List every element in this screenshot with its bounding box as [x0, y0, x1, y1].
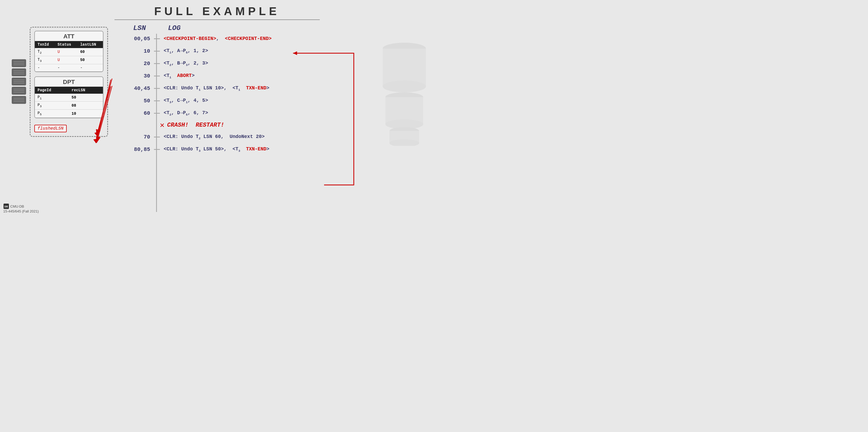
dpt-row-1: P1 50: [35, 94, 103, 101]
left-panel: ATT TxnId Status lastLSN T2 U 60: [11, 27, 108, 137]
cmudb-course: 15-445/645 (Fall 2021): [3, 209, 39, 213]
lsn-70: 70: [122, 134, 154, 140]
lsn-header: LSN: [122, 24, 154, 32]
main-content: ATT TxnId Status lastLSN T2 U 60: [0, 23, 434, 156]
log-entry-60: <T2, D→P5, 6, 7>: [160, 110, 208, 116]
att-row-1: T2 U 60: [35, 48, 103, 56]
att-r3-txnid: -: [35, 64, 55, 71]
att-row-3: - - -: [35, 64, 103, 71]
dpt-row-3: P5 10: [35, 110, 103, 118]
page-title: FULL EXAMPLE: [0, 0, 434, 20]
att-r1-status: U: [55, 48, 78, 56]
log-entry-70: <CLR: Undo T2 LSN 60, UndoNext 20>: [160, 134, 265, 140]
tick-20: [154, 63, 160, 64]
log-entry-4045: <CLR: Undo T1 LSN 10>, <T1 TXN-END>: [160, 85, 269, 92]
att-col-txnid: TxnId: [35, 41, 55, 48]
att-r3-status: -: [55, 64, 78, 71]
lsn-50: 50: [122, 98, 154, 104]
tick-30: [154, 75, 160, 76]
tick-4045: [154, 88, 160, 89]
att-col-status: Status: [55, 41, 78, 48]
crash-text: CRASH! RESTART!: [167, 122, 224, 128]
dpt-col-reclsn: recLSN: [69, 87, 103, 94]
dpt-r2-reclsn: 08: [69, 101, 103, 110]
dpt-r1-reclsn: 50: [69, 94, 103, 101]
log-entry-8085: <CLR: Undo T3 LSN 50>, <T3 TXN-END>: [160, 146, 269, 153]
db-decoration: [380, 32, 429, 147]
att-title: ATT: [35, 31, 103, 41]
dpt-box: DPT PageId recLSN P1 50: [34, 76, 103, 118]
disk-icon: [11, 57, 27, 112]
lsn-4045: 40,45: [122, 85, 154, 92]
log-entry-30: <T1 ABORT>: [160, 73, 195, 79]
lsn-30: 30: [122, 73, 154, 79]
svg-text:DB: DB: [5, 205, 8, 208]
tick-60: [154, 113, 160, 114]
log-header: LSN LOG: [122, 24, 434, 32]
lsn-10: 10: [122, 48, 154, 54]
att-row-2: T3 U 50: [35, 56, 103, 64]
cmudb-icon: DB: [3, 203, 9, 209]
tick-8085: [154, 149, 160, 150]
tick-0005: [154, 38, 160, 39]
att-r2-txnid: T3: [35, 56, 55, 64]
lsn-20: 20: [122, 60, 154, 67]
dpt-r3-pageid: P5: [35, 110, 69, 118]
log-entry-20: <T2, B→P3, 2, 3>: [160, 60, 208, 67]
dpt-r2-pageid: P3: [35, 101, 69, 110]
att-table: TxnId Status lastLSN T2 U 60 T3: [35, 41, 103, 71]
att-r1-lastlsn: 60: [78, 48, 103, 56]
tick-50: [154, 100, 160, 101]
dashed-box: ATT TxnId Status lastLSN T2 U 60: [30, 27, 108, 137]
log-entry-10: <T1, A→P5, 1, 2>: [160, 48, 208, 54]
att-r1-txnid: T2: [35, 48, 55, 56]
dpt-col-pageid: PageId: [35, 87, 69, 94]
dpt-table: PageId recLSN P1 50 P3 08: [35, 87, 103, 118]
log-entry-50: <T3, C→P1, 4, 5>: [160, 98, 208, 104]
att-box: ATT TxnId Status lastLSN T2 U 60: [34, 31, 103, 72]
flushed-lsn-label: flushedLSN: [34, 125, 67, 132]
lsn-60: 60: [122, 110, 154, 116]
title-underline: [115, 20, 320, 20]
dpt-r3-reclsn: 10: [69, 110, 103, 118]
cmudb-logo-top: DB CMU·DB: [3, 203, 39, 209]
dpt-r1-pageid: P1: [35, 94, 69, 101]
att-r2-status: U: [55, 56, 78, 64]
att-r3-lastlsn: -: [78, 64, 103, 71]
att-col-lastlsn: lastLSN: [78, 41, 103, 48]
log-entry-0005: <CHECKPOINT-BEGIN>, <CHECKPOINT-END>: [160, 36, 272, 41]
tick-10: [154, 51, 160, 52]
att-r2-lastlsn: 50: [78, 56, 103, 64]
dpt-title: DPT: [35, 77, 103, 87]
tick-70: [154, 136, 160, 137]
svg-point-25: [383, 81, 426, 92]
log-header-label: LOG: [160, 24, 181, 32]
vertical-divider: [156, 34, 157, 212]
cmudb-name: CMU·DB: [10, 205, 24, 209]
lsn-8085: 80,85: [122, 146, 154, 153]
dpt-row-2: P3 08: [35, 101, 103, 110]
cmudb-logo: DB CMU·DB 15-445/645 (Fall 2021): [3, 203, 39, 213]
lsn-0005: 00,05: [122, 36, 154, 42]
crash-x-icon: ✕: [160, 120, 164, 130]
